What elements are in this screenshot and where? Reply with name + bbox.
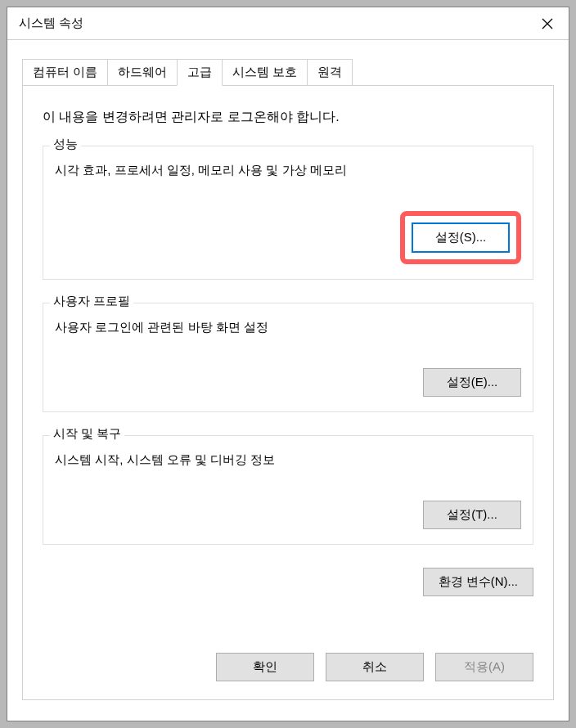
tab-computer-name[interactable]: 컴퓨터 이름	[22, 59, 108, 86]
highlight-annotation: 설정(S)...	[400, 211, 521, 264]
window-title: 시스템 속성	[19, 16, 83, 31]
performance-legend: 성능	[50, 137, 81, 152]
admin-notice: 이 내용을 변경하려면 관리자로 로그온해야 합니다.	[43, 109, 533, 126]
startup-recovery-group: 시작 및 복구 시스템 시작, 시스템 오류 및 디버깅 정보 설정(T)...	[43, 435, 533, 545]
tab-advanced[interactable]: 고급	[177, 59, 223, 86]
startup-recovery-desc: 시스템 시작, 시스템 오류 및 디버깅 정보	[55, 452, 521, 468]
ok-button[interactable]: 확인	[216, 653, 314, 681]
tab-system-protection[interactable]: 시스템 보호	[222, 59, 308, 86]
performance-settings-button[interactable]: 설정(S)...	[412, 222, 510, 253]
tab-remote[interactable]: 원격	[307, 59, 353, 86]
user-profile-legend: 사용자 프로필	[50, 294, 133, 309]
environment-variables-button[interactable]: 환경 변수(N)...	[423, 568, 534, 596]
dialog-buttons: 확인 취소 적용(A)	[216, 653, 533, 681]
tab-hardware[interactable]: 하드웨어	[107, 59, 178, 86]
tab-row: 컴퓨터 이름 하드웨어 고급 시스템 보호 원격	[22, 58, 569, 85]
cancel-button[interactable]: 취소	[326, 653, 424, 681]
user-profile-group: 사용자 프로필 사용자 로그인에 관련된 바탕 화면 설정 설정(E)...	[43, 303, 533, 412]
startup-recovery-legend: 시작 및 복구	[50, 426, 124, 442]
startup-recovery-settings-button[interactable]: 설정(T)...	[423, 501, 521, 529]
tab-content-advanced: 이 내용을 변경하려면 관리자로 로그온해야 합니다. 성능 시각 효과, 프로…	[22, 85, 554, 700]
apply-button[interactable]: 적용(A)	[435, 653, 533, 681]
user-profile-desc: 사용자 로그인에 관련된 바탕 화면 설정	[55, 320, 521, 335]
close-icon	[541, 17, 554, 30]
system-properties-window: 시스템 속성 컴퓨터 이름 하드웨어 고급 시스템 보호 원격 이 내용을 변경…	[7, 7, 569, 721]
performance-desc: 시각 효과, 프로세서 일정, 메모리 사용 및 가상 메모리	[55, 163, 521, 178]
user-profile-settings-button[interactable]: 설정(E)...	[423, 368, 521, 397]
performance-group: 성능 시각 효과, 프로세서 일정, 메모리 사용 및 가상 메모리 설정(S)…	[43, 146, 533, 280]
titlebar: 시스템 속성	[7, 7, 569, 40]
close-button[interactable]	[538, 14, 557, 34]
